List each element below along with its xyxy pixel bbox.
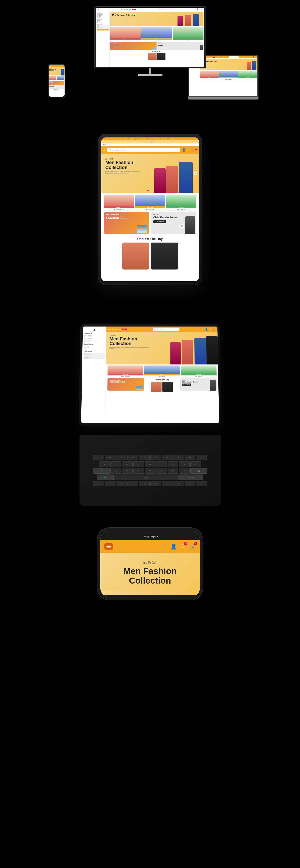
ipad-v-deal-1[interactable] [122, 243, 149, 270]
ipad-ls-search[interactable]: 🔍 Search products... [153, 328, 180, 331]
kb-w[interactable]: W [105, 455, 115, 460]
kb-0[interactable]: 0 [196, 481, 207, 486]
kb-5[interactable]: 5 [139, 481, 150, 486]
ipad-ls-col-men[interactable]: 29% Off Men Collection [144, 366, 180, 377]
kb-1[interactable]: 1 [93, 481, 104, 486]
kb-f[interactable]: F [133, 461, 144, 467]
ipad-ls-wish[interactable]: Wish List [84, 347, 105, 348]
kb-6[interactable]: 6 [150, 481, 161, 486]
imac-nav-men[interactable]: Men [121, 9, 123, 10]
ipad-ls-deal-2[interactable] [162, 382, 173, 392]
kb-backspace[interactable]: ⌫ [190, 468, 207, 474]
kb-q[interactable]: Q [93, 455, 104, 460]
kb-s[interactable]: S [110, 461, 121, 467]
ipad-v-hamburger[interactable]: ≡ [103, 148, 105, 152]
imac-col-kids[interactable]: 25% Off Kids Collection [173, 27, 203, 41]
ipad-ls-hoodie-cta[interactable]: SHOP NOW [182, 383, 191, 385]
kb-7[interactable]: 7 [162, 481, 172, 486]
ipad-ls-col-women[interactable]: 35% Off Women Collection [107, 366, 143, 377]
kb-p[interactable]: P [196, 455, 207, 460]
kb-j[interactable]: J [167, 461, 178, 467]
kb-i[interactable]: I [173, 455, 184, 460]
phone-lang-bar[interactable]: Language ▾ [100, 532, 200, 540]
ipad-ls-nav-sale[interactable]: SALE [122, 329, 127, 330]
ipad-ls-fav[interactable]: Favourites [84, 345, 105, 347]
kb-o[interactable]: O [185, 455, 195, 460]
kb-8[interactable]: 8 [173, 481, 184, 486]
sidebar-men[interactable]: Men Collection [97, 13, 109, 14]
phone-hamburger-button[interactable] [104, 544, 113, 550]
imac-search-box[interactable]: Search... [158, 8, 174, 10]
kb-shift[interactable]: ⇧ [93, 468, 110, 474]
ipad-ls-nav-men[interactable]: Men [108, 329, 111, 330]
ipad-ls-sale[interactable]: Sale Items [84, 341, 105, 343]
laptop-nav-women[interactable]: Women [207, 57, 210, 58]
sidebar-fav[interactable]: Favourites [97, 20, 109, 21]
hoodie-cta[interactable]: SHOP NOW [158, 45, 163, 46]
ipad-ls-women[interactable]: Women Collection [84, 336, 105, 338]
ipad-v-search-box[interactable]: 🔍 Search products... [107, 148, 180, 152]
ipad-v-col-men[interactable]: 29% Off Men Collection [135, 195, 165, 210]
ipad-v-cart-icon[interactable]: 🛒0 [192, 148, 197, 152]
sidebar-women[interactable]: Women Collection [97, 14, 109, 15]
kb-e[interactable]: E [116, 455, 127, 460]
ipad-v-lang[interactable]: Language ▾ [101, 141, 199, 144]
kb-h[interactable]: H [156, 461, 167, 467]
ipad-v-wishlist-icon[interactable]: ♡ [187, 148, 190, 152]
kb-4[interactable]: 4 [128, 481, 138, 486]
kb-v[interactable]: V [145, 468, 156, 474]
kb-m[interactable]: M [179, 468, 190, 474]
laptop-search[interactable]: Search... [228, 56, 239, 58]
imac-nav-women[interactable]: Women [124, 9, 128, 10]
kb-x[interactable]: X [122, 468, 133, 474]
ipad-ls-user[interactable]: 👤 [205, 328, 208, 331]
kb-return[interactable]: return [179, 474, 203, 480]
ipad-ls-wishlist[interactable]: ♡ [209, 328, 211, 331]
dot-3[interactable] [152, 190, 153, 191]
sidebar-new[interactable]: New Arrivals [97, 16, 109, 17]
kb-g[interactable]: G [145, 461, 156, 467]
kb-l[interactable]: L [190, 461, 201, 467]
ipad-ls-cart[interactable]: 🛒 [213, 328, 216, 331]
laptop-nav-sale[interactable]: SALE [213, 57, 215, 58]
kb-globe[interactable]: 🌐 [97, 474, 114, 480]
kb-b[interactable]: B [156, 468, 167, 474]
imac-nav-sale[interactable]: SALE [132, 9, 136, 10]
imac-col-women[interactable]: 35% Off Women Collection [110, 27, 141, 41]
kb-n[interactable]: N [167, 468, 178, 474]
ipad-ls-men[interactable]: Men Collection [84, 334, 105, 336]
ipad-v-deal-2[interactable] [151, 243, 178, 270]
ipad-ls-kids[interactable]: Kids Collection [84, 338, 105, 339]
phone-user-icon[interactable]: 👤 [170, 544, 177, 550]
kb-z[interactable]: Z [110, 468, 121, 474]
kb-2[interactable]: 2 [105, 481, 115, 486]
kb-space[interactable]: space [114, 474, 179, 480]
sidebar-wish[interactable]: Wish List [97, 21, 109, 22]
dot-1[interactable] [147, 190, 149, 191]
kb-d[interactable]: D [122, 461, 133, 467]
kb-9[interactable]: 9 [185, 481, 195, 486]
ipad-v-arrow-right[interactable]: › [193, 172, 197, 175]
ipad-ls-nav-kids[interactable]: Kids [118, 329, 121, 330]
kb-k[interactable]: K [179, 461, 190, 467]
sidebar-kids[interactable]: Kids Collection [97, 15, 109, 16]
sidebar-cart[interactable]: Cart [97, 22, 109, 23]
kb-r[interactable]: R [128, 455, 138, 460]
ipad-ls-col-kids[interactable]: 25% Off Kids Collection [181, 366, 217, 377]
kb-a[interactable]: A [99, 461, 110, 467]
kb-t[interactable]: T [139, 455, 150, 460]
deal-item-2[interactable] [157, 53, 165, 60]
imac-nav-kids[interactable]: Kids [129, 9, 131, 10]
sidebar-login[interactable]: Login [97, 29, 109, 30]
ipad-ls-cart[interactable]: Cart [83, 348, 104, 350]
ipad-ls-deal-1[interactable] [151, 382, 162, 392]
ipad-ls-new[interactable]: New Arrivals [84, 339, 105, 341]
kb-3[interactable]: 3 [116, 481, 127, 486]
ipad-v-col-kids[interactable]: 25% Off Kids Collection [166, 195, 196, 210]
sidebar-sale[interactable]: Sale Items [97, 17, 109, 18]
kb-y[interactable]: Y [150, 455, 161, 460]
kb-c[interactable]: C [133, 468, 144, 474]
ipad-ls-nav-women[interactable]: Women [112, 329, 117, 330]
deal-item-1[interactable] [148, 53, 157, 60]
imac-col-men[interactable]: 29% Off Men Collection [141, 27, 172, 41]
